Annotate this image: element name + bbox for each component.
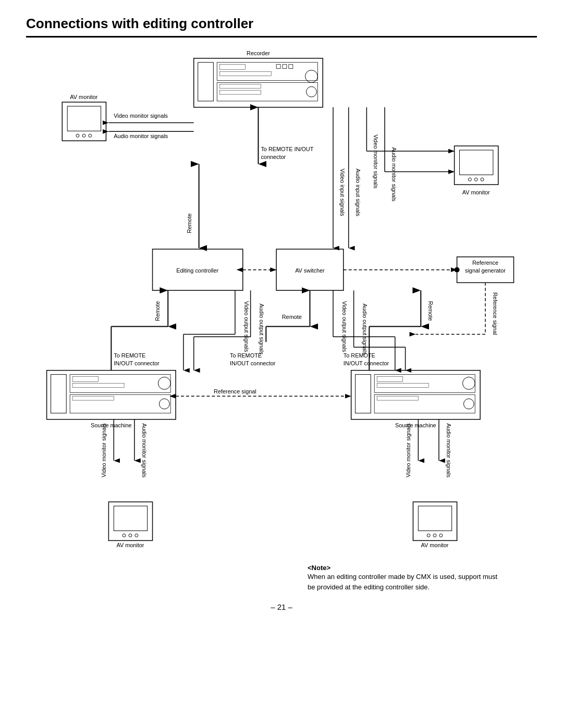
- svg-rect-53: [108, 502, 152, 540]
- to-remote-right-2: IN/OUT connector: [344, 360, 389, 366]
- audio-output-signals-right-label: Audio output signals: [362, 304, 368, 355]
- av-monitor-bl-label: AV monitor: [116, 542, 144, 548]
- page-title: Connections with editing controller: [26, 16, 537, 38]
- source-machine-right-label: Source machine: [395, 422, 436, 428]
- audio-monitor-bl-label: Audio monitor signals: [141, 423, 148, 478]
- av-monitor-tl-label: AV monitor: [70, 94, 97, 100]
- av-monitor-tr-label: AV monitor: [462, 189, 490, 195]
- svg-rect-26: [455, 146, 498, 184]
- ref-sig-gen-label-1: Reference: [472, 260, 498, 266]
- connector-label: connector: [261, 154, 286, 160]
- video-monitor-bl-label: Video monitor signals: [101, 423, 107, 477]
- to-remote-mid-2: IN/OUT connector: [230, 360, 276, 366]
- video-output-signals-left-label: Video output signals: [243, 301, 250, 352]
- to-remote-mid-1: To REMOTE: [230, 352, 262, 359]
- page-container: Connections with editing controller: [0, 0, 563, 728]
- note-text: When an editing controller made by CMX i…: [308, 572, 506, 592]
- svg-rect-58: [413, 502, 457, 540]
- remote-left-label: Remote: [186, 214, 192, 233]
- reference-signal-bottom-label: Reference signal: [214, 388, 256, 394]
- remote-right-label: Remote: [427, 301, 434, 321]
- diagram-area: Recorder AV monitor AV monitor Editing c…: [31, 48, 532, 559]
- remote-bottom-left-label: Remote: [154, 301, 161, 321]
- remote-mid-label: Remote: [282, 314, 302, 320]
- video-monitor-signals-label: Video monitor signals: [114, 113, 168, 119]
- video-monitor-br-label: Video monitor signals: [405, 423, 411, 477]
- to-remote-left-2: IN/OUT connector: [114, 360, 160, 366]
- svg-rect-21: [62, 102, 106, 141]
- page-number: – 21 –: [26, 602, 537, 611]
- video-output-signals-right-label: Video output signals: [341, 301, 348, 352]
- video-input-signals-label: Video input signals: [339, 169, 346, 217]
- note-section: <Note> When an editing controller made b…: [26, 564, 527, 592]
- ref-sig-gen-label-2: signal generator: [465, 267, 506, 274]
- audio-monitor-signals-right-label: Audio monitor signals: [391, 147, 397, 202]
- audio-monitor-br-label: Audio monitor signals: [446, 423, 452, 478]
- video-monitor-signals-right-label: Video monitor signals: [373, 134, 379, 189]
- to-remote-left-1: To REMOTE: [114, 352, 145, 359]
- audio-output-signals-label: Audio output signals: [259, 304, 265, 355]
- av-switcher-label: AV switcher: [295, 267, 325, 274]
- audio-monitor-signals-label: Audio monitor signals: [114, 133, 168, 139]
- audio-input-signals-label: Audio input signals: [355, 169, 361, 217]
- source-machine-left-label: Source machine: [91, 422, 132, 428]
- to-remote-inout-label: To REMOTE IN/OUT: [261, 146, 313, 152]
- editing-controller-label: Editing controller: [176, 267, 218, 274]
- reference-signal-label: Reference signal: [492, 292, 498, 335]
- note-title: <Note>: [308, 564, 527, 572]
- av-monitor-br-label: AV monitor: [421, 542, 449, 548]
- to-remote-right-1: To REMOTE: [344, 352, 375, 359]
- recorder-label: Recorder: [247, 50, 270, 56]
